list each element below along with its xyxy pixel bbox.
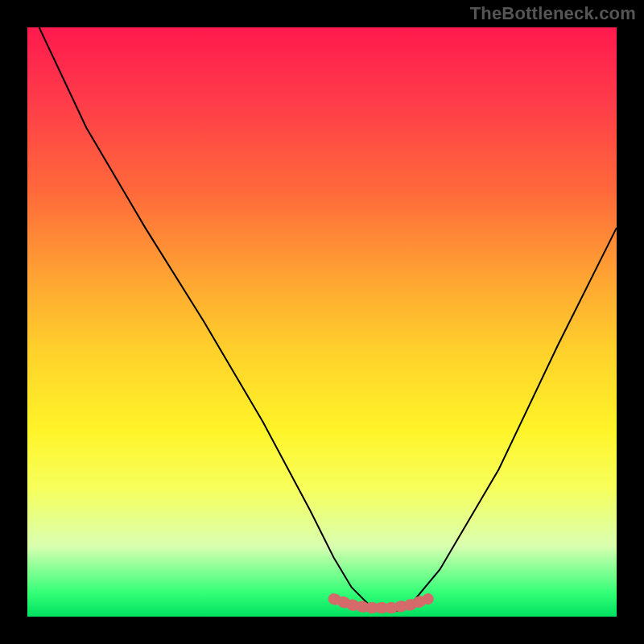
plot-area	[27, 27, 617, 617]
main-curve	[39, 27, 617, 611]
watermark-text: TheBottleneck.com	[470, 3, 636, 24]
chart-frame: TheBottleneck.com	[0, 0, 644, 644]
curve-layer	[27, 27, 617, 617]
marker-band	[334, 599, 428, 608]
